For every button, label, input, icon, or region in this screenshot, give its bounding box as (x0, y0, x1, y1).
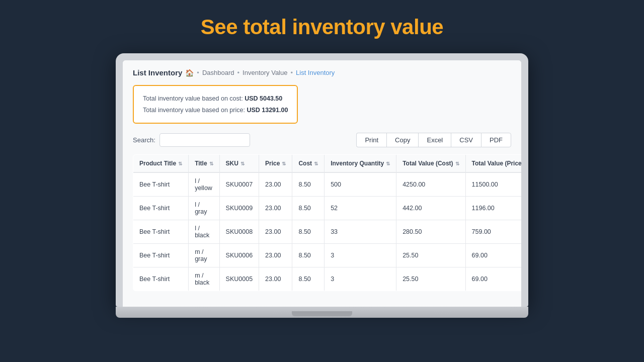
cell-sku: SKU0005 (219, 267, 259, 291)
breadcrumb-dashboard[interactable]: Dashboard (202, 69, 234, 76)
breadcrumb: List Inventory 🏠 • Dashboard • Inventory… (133, 68, 511, 77)
cell-cost: 8.50 (292, 267, 325, 291)
cell-inventory_quantity: 3 (325, 267, 396, 291)
table-row: Bee T-shirtm / graySKU000623.008.50325.5… (133, 244, 522, 267)
search-label: Search: (133, 136, 155, 144)
cell-total_cost: 442.00 (396, 197, 465, 220)
breadcrumb-list-inventory: List Inventory (296, 69, 335, 76)
table-row: Bee T-shirtl / yellowSKU000723.008.50500… (133, 172, 522, 197)
cell-price: 23.00 (259, 267, 292, 291)
toolbar-row: Search: Print Copy Excel CSV PDF (133, 133, 511, 147)
cell-total_price: 11500.00 (465, 172, 521, 197)
breadcrumb-sep-3: • (290, 69, 293, 76)
sort-icon-sku[interactable]: ⇅ (240, 161, 245, 166)
summary-price-line: Total inventory value based on price: US… (143, 105, 288, 116)
cell-total_cost: 25.50 (396, 244, 465, 267)
cell-total_cost: 25.50 (396, 267, 465, 291)
col-title: Title ⇅ (189, 155, 219, 173)
cell-sku: SKU0009 (219, 197, 259, 220)
breadcrumb-inventory-value[interactable]: Inventory Value (243, 69, 287, 76)
col-sku: SKU ⇅ (219, 155, 259, 173)
app-content: List Inventory 🏠 • Dashboard • Inventory… (123, 60, 521, 307)
home-icon: 🏠 (185, 69, 194, 77)
cell-title: l / black (189, 220, 219, 244)
cell-cost: 8.50 (292, 197, 325, 220)
table-row: Bee T-shirtl / graySKU000923.008.5052442… (133, 197, 522, 220)
cell-cost: 8.50 (292, 172, 325, 197)
cell-total_price: 1196.00 (465, 197, 521, 220)
summary-price-label: Total inventory value based on price: (143, 107, 245, 114)
page-title: List Inventory (133, 68, 182, 77)
table-row: Bee T-shirtl / blackSKU000823.008.503328… (133, 220, 522, 244)
laptop-screen-inner: List Inventory 🏠 • Dashboard • Inventory… (123, 60, 521, 307)
cell-total_cost: 280.50 (396, 220, 465, 244)
search-group: Search: (133, 133, 250, 147)
cell-sku: SKU0008 (219, 220, 259, 244)
sort-icon-cost[interactable]: ⇅ (314, 161, 318, 166)
summary-price-value: USD 13291.00 (247, 107, 288, 114)
excel-button[interactable]: Excel (418, 133, 451, 147)
summary-cost-label: Total inventory value based on cost: (143, 95, 243, 102)
cell-cost: 8.50 (292, 244, 325, 267)
cell-product_title: Bee T-shirt (133, 244, 189, 267)
col-inventory-quantity: Inventory Quantity ⇅ (325, 155, 396, 173)
main-headline: See total inventory value (201, 15, 443, 39)
sort-icon-total-cost[interactable]: ⇅ (455, 161, 459, 166)
cell-price: 23.00 (259, 220, 292, 244)
summary-cost-value: USD 5043.50 (245, 95, 282, 102)
cell-product_title: Bee T-shirt (133, 220, 189, 244)
cell-cost: 8.50 (292, 220, 325, 244)
col-cost: Cost ⇅ (292, 155, 325, 173)
cell-total_price: 759.00 (465, 220, 521, 244)
col-total-price: Total Value (Price) ⇅ (465, 155, 521, 173)
sort-icon-title[interactable]: ⇅ (209, 161, 213, 166)
export-buttons: Print Copy Excel CSV PDF (356, 133, 511, 147)
cell-title: m / black (189, 267, 219, 291)
breadcrumb-sep-2: • (237, 69, 240, 76)
cell-total_price: 69.00 (465, 267, 521, 291)
copy-button[interactable]: Copy (386, 133, 418, 147)
search-input[interactable] (159, 133, 250, 147)
breadcrumb-sep-1: • (197, 69, 199, 76)
cell-product_title: Bee T-shirt (133, 172, 189, 197)
cell-inventory_quantity: 500 (325, 172, 396, 197)
cell-title: l / yellow (189, 172, 219, 197)
inventory-table: Product Title ⇅ Title ⇅ (133, 154, 521, 291)
cell-total_price: 69.00 (465, 244, 521, 267)
cell-inventory_quantity: 33 (325, 220, 396, 244)
col-total-cost: Total Value (Cost) ⇅ (396, 155, 465, 173)
csv-button[interactable]: CSV (451, 133, 481, 147)
cell-total_cost: 4250.00 (396, 172, 465, 197)
laptop-shell: List Inventory 🏠 • Dashboard • Inventory… (116, 53, 528, 318)
cell-title: m / gray (189, 244, 219, 267)
summary-cost-line: Total inventory value based on cost: USD… (143, 93, 288, 105)
cell-sku: SKU0006 (219, 244, 259, 267)
cell-inventory_quantity: 3 (325, 244, 396, 267)
cell-product_title: Bee T-shirt (133, 267, 189, 291)
cell-inventory_quantity: 52 (325, 197, 396, 220)
cell-price: 23.00 (259, 172, 292, 197)
cell-sku: SKU0007 (219, 172, 259, 197)
laptop-screen-outer: List Inventory 🏠 • Dashboard • Inventory… (116, 53, 528, 307)
table-header-row: Product Title ⇅ Title ⇅ (133, 155, 522, 173)
summary-box: Total inventory value based on cost: USD… (133, 85, 298, 124)
laptop-notch (292, 311, 352, 316)
sort-icon-product-title[interactable]: ⇅ (178, 161, 182, 166)
cell-product_title: Bee T-shirt (133, 197, 189, 220)
col-product-title: Product Title ⇅ (133, 155, 189, 173)
print-button[interactable]: Print (356, 133, 386, 147)
pdf-button[interactable]: PDF (481, 133, 511, 147)
laptop-base (116, 307, 528, 318)
sort-icon-price[interactable]: ⇅ (282, 161, 286, 166)
cell-price: 23.00 (259, 197, 292, 220)
sort-icon-quantity[interactable]: ⇅ (386, 161, 390, 166)
col-price: Price ⇅ (259, 155, 292, 173)
cell-title: l / gray (189, 197, 219, 220)
table-row: Bee T-shirtm / blackSKU000523.008.50325.… (133, 267, 522, 291)
cell-price: 23.00 (259, 244, 292, 267)
